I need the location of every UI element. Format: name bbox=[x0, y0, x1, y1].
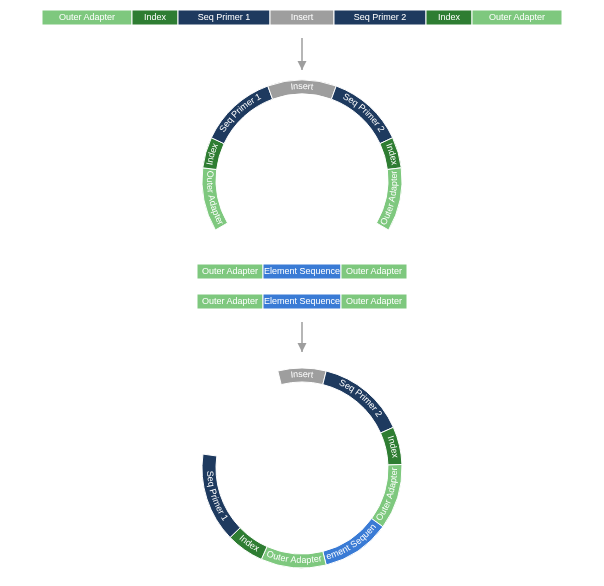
linear-index-label: Index bbox=[438, 12, 461, 22]
linear-seqPrimer2-label: Seq Primer 2 bbox=[354, 12, 407, 22]
arc-insert-label: Insert bbox=[290, 81, 314, 92]
circle-insert-label: Insert bbox=[290, 369, 314, 380]
bridge2-outerAdapter-label: Outer Adapter bbox=[202, 296, 258, 306]
linear-index-label: Index bbox=[144, 12, 167, 22]
arc-seqPrimer2 bbox=[331, 86, 392, 144]
bridge-elementSeq-label: Element Sequence bbox=[264, 266, 340, 276]
linear-outerAdapter-label: Outer Adapter bbox=[489, 12, 545, 22]
linear-seqPrimer1-label: Seq Primer 1 bbox=[198, 12, 251, 22]
arc-seqPrimer1-label: Seq Primer 1 bbox=[218, 92, 263, 135]
circle-seqPrimer2-label: Seq Primer 2 bbox=[338, 378, 384, 419]
bridge-outerAdapter-label: Outer Adapter bbox=[346, 266, 402, 276]
arc-seqPrimer1 bbox=[211, 86, 272, 144]
arc-seqPrimer2-label: Seq Primer 2 bbox=[341, 92, 386, 135]
bridge2-outerAdapter-label: Outer Adapter bbox=[346, 296, 402, 306]
circularization-diagram: Outer AdapterIndexSeq Primer 1InsertSeq … bbox=[0, 0, 604, 586]
bridge2-elementSeq-label: Element Sequence bbox=[264, 296, 340, 306]
circle-seqPrimer1 bbox=[202, 454, 240, 537]
linear-outerAdapter-label: Outer Adapter bbox=[59, 12, 115, 22]
linear-insert-label: Insert bbox=[291, 12, 314, 22]
circle-seqPrimer2 bbox=[323, 371, 394, 433]
bridge-outerAdapter-label: Outer Adapter bbox=[202, 266, 258, 276]
